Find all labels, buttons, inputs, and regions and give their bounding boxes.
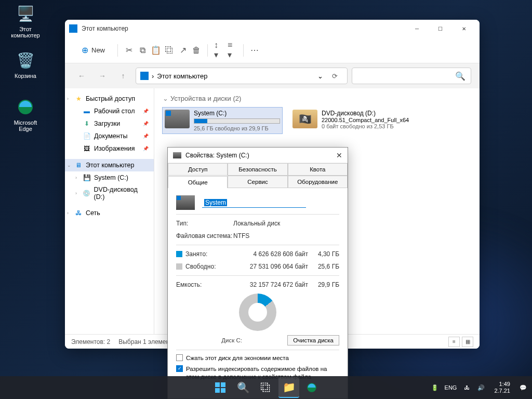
close-button[interactable]: ✕	[336, 151, 342, 159]
taskview-button[interactable]: ⿻	[256, 377, 276, 398]
toolbar: ⊕ New ✂ ⧉ 📋 ⿻ ↗ 🗑 ↕ ▾ ≡ ▾ ⋯	[65, 37, 480, 63]
desktop-icon-label: Корзина	[7, 73, 44, 79]
dvd-icon: 🏴‍☠️	[292, 110, 317, 128]
monitor-icon: 🖥️	[15, 3, 36, 24]
properties-dialog: Свойства: System (C:) ✕ Доступ Безопасно…	[167, 147, 348, 399]
desktop-icon-label: Microsoft Edge	[7, 119, 44, 132]
tab-access[interactable]: Доступ	[168, 163, 228, 175]
recycle-icon: 🗑️	[15, 50, 36, 71]
pin-icon: 📌	[143, 134, 149, 139]
selection-info: Выбран 1 элемент	[118, 338, 172, 345]
tab-quota[interactable]: Квота	[288, 163, 348, 175]
disk-label: Диск C:	[176, 337, 287, 343]
taskbar: 🔍 ⿻ 📁 🔋 ENG 🖧 🔊 1:49 2.7.21 💬	[0, 376, 532, 399]
sidebar-this-pc[interactable]: ⌄🖥Этот компьютер	[65, 159, 154, 171]
start-button[interactable]	[210, 377, 231, 398]
minimize-button[interactable]: ─	[405, 20, 429, 37]
fs-label: Файловая система:	[176, 232, 233, 240]
cleanup-button[interactable]: Очистка диска	[287, 335, 339, 345]
usage-bar	[194, 118, 280, 124]
tab-security[interactable]: Безопасность	[228, 163, 287, 175]
svg-rect-3	[215, 388, 220, 393]
forward-button[interactable]: →	[94, 68, 111, 84]
desktop-icon-label: Этот компьютер	[7, 26, 44, 38]
tab-general[interactable]: Общие	[168, 176, 228, 188]
cut-icon[interactable]: ✂	[124, 46, 134, 55]
clock[interactable]: 1:49 2.7.21	[491, 381, 513, 394]
volume-name-input[interactable]: System	[202, 198, 306, 208]
language-indicator[interactable]: ENG	[445, 384, 457, 391]
paste-icon[interactable]: 📋	[151, 46, 161, 55]
view-tiles-button[interactable]: ▦	[462, 337, 473, 347]
sidebar-system-c[interactable]: ›💾System (C:)	[65, 171, 154, 184]
sidebar-quick-access[interactable]: ›★Быстрый доступ	[65, 92, 154, 105]
compress-checkbox-row[interactable]: Сжать этот диск для экономии места	[176, 354, 339, 362]
delete-icon[interactable]: 🗑	[192, 46, 201, 55]
desktop-icon-recycle[interactable]: 🗑️ Корзина	[7, 50, 44, 79]
svg-rect-2	[221, 382, 225, 387]
addressbar: ← → ↑ › Этот компьютер ⌄ ⟳ 🔍	[65, 63, 480, 88]
copy-icon[interactable]: ⧉	[138, 46, 147, 55]
sort-icon[interactable]: ↕ ▾	[214, 46, 223, 55]
tab-hardware[interactable]: Оборудование	[288, 176, 348, 188]
view-icon[interactable]: ≡ ▾	[228, 46, 237, 55]
pin-icon: 📌	[143, 146, 149, 151]
sidebar-downloads[interactable]: ⬇Загрузки📌	[65, 117, 154, 130]
back-button[interactable]: ←	[73, 68, 90, 84]
usage-donut-chart	[239, 294, 276, 331]
edge-icon	[15, 97, 36, 117]
window-title: Этот компьютер	[82, 25, 405, 32]
system-tray: 🔋 ENG 🖧 🔊 1:49 2.7.21 💬	[430, 381, 528, 394]
more-icon[interactable]: ⋯	[250, 46, 259, 55]
drive-icon	[173, 152, 181, 158]
desktop-icon-this-pc[interactable]: 🖥️ Этот компьютер	[7, 3, 44, 38]
sidebar-dvd-d[interactable]: ›💿DVD-дисковод (D:)	[65, 184, 154, 203]
explorer-task-button[interactable]: 📁	[278, 377, 299, 398]
drive-d[interactable]: 🏴‍☠️ DVD-дисковод (D:) 22000.51_Compact_…	[290, 108, 410, 134]
share-icon[interactable]: ↗	[178, 46, 188, 55]
sidebar-documents[interactable]: 📄Документы📌	[65, 130, 154, 142]
svg-rect-4	[221, 388, 225, 393]
checkbox-icon: ✓	[176, 365, 183, 372]
item-count: Элементов: 2	[71, 338, 110, 345]
up-button[interactable]: ↑	[115, 68, 131, 84]
pin-icon: 📌	[143, 121, 149, 126]
dialog-titlebar[interactable]: Свойства: System (C:) ✕	[168, 148, 348, 163]
drive-icon	[165, 110, 190, 128]
sidebar: ›★Быстрый доступ ▬Рабочий стол📌 ⬇Загрузк…	[65, 88, 154, 334]
dialog-title: Свойства: System (C:)	[185, 152, 249, 159]
volume-icon[interactable]: 🔊	[476, 384, 486, 391]
used-color-swatch	[176, 251, 182, 257]
close-button[interactable]: ✕	[452, 20, 475, 37]
sidebar-desktop[interactable]: ▬Рабочий стол📌	[65, 105, 154, 117]
desktop-icon-edge[interactable]: Microsoft Edge	[7, 97, 44, 132]
edge-task-button[interactable]	[301, 377, 322, 398]
battery-icon[interactable]: 🔋	[430, 384, 440, 391]
view-details-button[interactable]: ≡	[448, 337, 460, 347]
pc-icon	[69, 24, 77, 33]
notifications-icon[interactable]: 💬	[518, 384, 528, 391]
search-input[interactable]: 🔍	[352, 68, 471, 84]
search-icon: 🔍	[455, 71, 466, 81]
breadcrumb[interactable]: Этот компьютер	[157, 72, 207, 80]
pin-icon: 📌	[143, 109, 149, 114]
chevron-down-icon[interactable]: ⌄	[317, 72, 323, 80]
address-input[interactable]: › Этот компьютер ⌄ ⟳	[136, 68, 348, 84]
rename-icon[interactable]: ⿻	[165, 46, 174, 55]
free-color-swatch	[176, 263, 182, 270]
maximize-button[interactable]: ☐	[429, 20, 452, 37]
tab-service[interactable]: Сервис	[228, 176, 287, 188]
plus-icon: ⊕	[82, 45, 88, 55]
titlebar[interactable]: Этот компьютер ─ ☐ ✕	[65, 20, 480, 37]
drive-icon	[176, 195, 195, 210]
sidebar-network[interactable]: ›🖧Сеть	[65, 207, 154, 219]
checkbox-icon	[176, 354, 183, 361]
section-header[interactable]: ⌄Устройства и диски (2)	[163, 95, 471, 102]
sidebar-pictures[interactable]: 🖼Изображения📌	[65, 142, 154, 155]
network-icon[interactable]: 🖧	[462, 384, 471, 391]
new-button[interactable]: ⊕ New	[75, 42, 111, 58]
refresh-button[interactable]: ⟳	[326, 72, 343, 80]
pc-icon	[140, 72, 149, 80]
search-button[interactable]: 🔍	[233, 377, 254, 398]
drive-c[interactable]: System (C:) 25,6 ГБ свободно из 29,9 ГБ	[163, 108, 282, 134]
